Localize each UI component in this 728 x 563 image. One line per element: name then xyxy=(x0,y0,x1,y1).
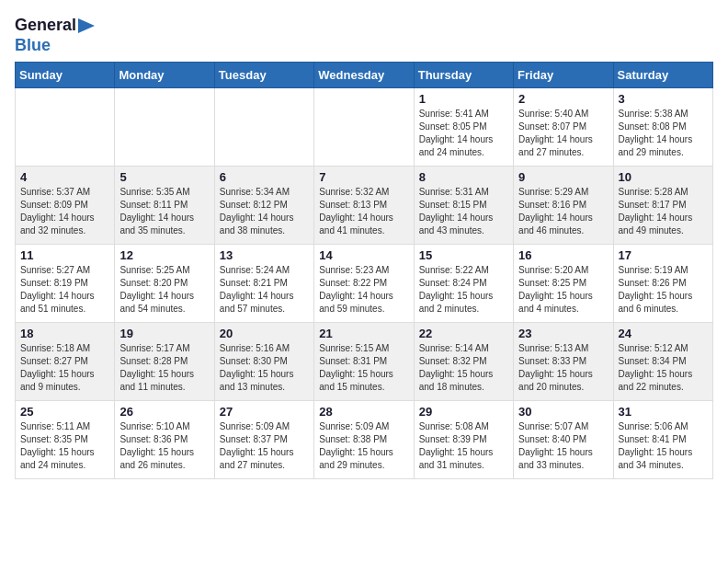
calendar-week-row: 4Sunrise: 5:37 AMSunset: 8:09 PMDaylight… xyxy=(16,167,713,245)
day-number: 20 xyxy=(220,327,309,340)
day-info: Sunrise: 5:09 AMSunset: 8:37 PMDaylight:… xyxy=(220,420,309,472)
calendar-cell: 28Sunrise: 5:09 AMSunset: 8:38 PMDayligh… xyxy=(314,401,414,479)
calendar-cell: 24Sunrise: 5:12 AMSunset: 8:34 PMDayligh… xyxy=(613,323,712,401)
calendar-week-row: 25Sunrise: 5:11 AMSunset: 8:35 PMDayligh… xyxy=(16,401,713,479)
calendar-cell: 23Sunrise: 5:13 AMSunset: 8:33 PMDayligh… xyxy=(514,323,613,401)
calendar-week-row: 1Sunrise: 5:41 AMSunset: 8:05 PMDaylight… xyxy=(16,88,713,167)
calendar-cell: 13Sunrise: 5:24 AMSunset: 8:21 PMDayligh… xyxy=(214,245,313,323)
calendar-cell: 29Sunrise: 5:08 AMSunset: 8:39 PMDayligh… xyxy=(414,401,513,479)
day-number: 11 xyxy=(20,248,109,262)
calendar-cell: 17Sunrise: 5:19 AMSunset: 8:26 PMDayligh… xyxy=(613,245,712,323)
day-info: Sunrise: 5:34 AMSunset: 8:12 PMDaylight:… xyxy=(220,186,309,237)
day-info: Sunrise: 5:29 AMSunset: 8:16 PMDaylight:… xyxy=(518,186,608,237)
calendar-cell: 20Sunrise: 5:16 AMSunset: 8:30 PMDayligh… xyxy=(214,323,313,401)
day-info: Sunrise: 5:17 AMSunset: 8:28 PMDaylight:… xyxy=(119,342,209,394)
calendar-cell: 4Sunrise: 5:37 AMSunset: 8:09 PMDaylight… xyxy=(16,167,115,245)
day-info: Sunrise: 5:08 AMSunset: 8:39 PMDaylight:… xyxy=(419,420,508,472)
calendar-table: SundayMondayTuesdayWednesdayThursdayFrid… xyxy=(15,62,713,479)
day-info: Sunrise: 5:06 AMSunset: 8:41 PMDaylight:… xyxy=(619,420,708,472)
day-info: Sunrise: 5:35 AMSunset: 8:11 PMDaylight:… xyxy=(119,186,209,237)
day-info: Sunrise: 5:11 AMSunset: 8:35 PMDaylight:… xyxy=(20,420,109,472)
day-number: 24 xyxy=(619,327,708,340)
day-number: 12 xyxy=(119,248,209,262)
day-number: 3 xyxy=(619,92,708,106)
day-number: 27 xyxy=(220,405,309,419)
logo-general: General xyxy=(15,17,76,35)
logo-blue: Blue xyxy=(15,36,51,54)
day-number: 23 xyxy=(518,327,608,340)
day-info: Sunrise: 5:16 AMSunset: 8:30 PMDaylight:… xyxy=(220,342,309,394)
day-number: 2 xyxy=(518,92,608,106)
day-number: 22 xyxy=(419,327,508,340)
weekday-header-monday: Monday xyxy=(115,63,214,88)
calendar-cell: 1Sunrise: 5:41 AMSunset: 8:05 PMDaylight… xyxy=(414,88,513,167)
calendar-cell: 15Sunrise: 5:22 AMSunset: 8:24 PMDayligh… xyxy=(414,245,513,323)
logo: General Blue xyxy=(15,15,95,54)
day-number: 18 xyxy=(20,327,109,340)
day-number: 25 xyxy=(20,405,109,419)
calendar-cell: 16Sunrise: 5:20 AMSunset: 8:25 PMDayligh… xyxy=(514,245,613,323)
weekday-header-wednesday: Wednesday xyxy=(314,63,414,88)
calendar-cell: 26Sunrise: 5:10 AMSunset: 8:36 PMDayligh… xyxy=(115,401,214,479)
page-header: General Blue xyxy=(15,15,713,54)
day-number: 31 xyxy=(619,405,708,419)
day-info: Sunrise: 5:07 AMSunset: 8:40 PMDaylight:… xyxy=(518,420,608,472)
day-info: Sunrise: 5:27 AMSunset: 8:19 PMDaylight:… xyxy=(20,264,109,316)
calendar-cell: 30Sunrise: 5:07 AMSunset: 8:40 PMDayligh… xyxy=(514,401,613,479)
calendar-cell: 19Sunrise: 5:17 AMSunset: 8:28 PMDayligh… xyxy=(115,323,214,401)
day-number: 7 xyxy=(319,170,408,184)
day-number: 17 xyxy=(619,248,708,262)
day-number: 16 xyxy=(518,248,608,262)
day-info: Sunrise: 5:38 AMSunset: 8:08 PMDaylight:… xyxy=(619,108,708,159)
calendar-week-row: 11Sunrise: 5:27 AMSunset: 8:19 PMDayligh… xyxy=(16,245,713,323)
calendar-cell: 21Sunrise: 5:15 AMSunset: 8:31 PMDayligh… xyxy=(314,323,414,401)
calendar-cell: 2Sunrise: 5:40 AMSunset: 8:07 PMDaylight… xyxy=(514,88,613,167)
day-number: 14 xyxy=(319,248,408,262)
day-info: Sunrise: 5:37 AMSunset: 8:09 PMDaylight:… xyxy=(20,186,109,237)
day-number: 4 xyxy=(20,170,109,184)
day-number: 6 xyxy=(220,170,309,184)
calendar-cell xyxy=(214,88,313,167)
calendar-cell xyxy=(314,88,414,167)
calendar-cell: 22Sunrise: 5:14 AMSunset: 8:32 PMDayligh… xyxy=(414,323,513,401)
day-info: Sunrise: 5:32 AMSunset: 8:13 PMDaylight:… xyxy=(319,186,408,237)
day-info: Sunrise: 5:31 AMSunset: 8:15 PMDaylight:… xyxy=(419,186,508,237)
day-info: Sunrise: 5:14 AMSunset: 8:32 PMDaylight:… xyxy=(419,342,508,394)
day-number: 29 xyxy=(419,405,508,419)
calendar-cell: 3Sunrise: 5:38 AMSunset: 8:08 PMDaylight… xyxy=(613,88,712,167)
calendar-cell: 11Sunrise: 5:27 AMSunset: 8:19 PMDayligh… xyxy=(16,245,115,323)
calendar-cell: 7Sunrise: 5:32 AMSunset: 8:13 PMDaylight… xyxy=(314,167,414,245)
weekday-header-friday: Friday xyxy=(514,63,613,88)
weekday-header-tuesday: Tuesday xyxy=(214,63,313,88)
day-number: 8 xyxy=(419,170,508,184)
day-info: Sunrise: 5:41 AMSunset: 8:05 PMDaylight:… xyxy=(419,108,508,159)
day-info: Sunrise: 5:10 AMSunset: 8:36 PMDaylight:… xyxy=(119,420,209,472)
calendar-cell: 6Sunrise: 5:34 AMSunset: 8:12 PMDaylight… xyxy=(214,167,313,245)
calendar-cell xyxy=(115,88,214,167)
calendar-week-row: 18Sunrise: 5:18 AMSunset: 8:27 PMDayligh… xyxy=(16,323,713,401)
day-info: Sunrise: 5:28 AMSunset: 8:17 PMDaylight:… xyxy=(619,186,708,237)
day-number: 30 xyxy=(518,405,608,419)
day-number: 9 xyxy=(518,170,608,184)
day-info: Sunrise: 5:09 AMSunset: 8:38 PMDaylight:… xyxy=(319,420,408,472)
day-number: 10 xyxy=(619,170,708,184)
day-info: Sunrise: 5:23 AMSunset: 8:22 PMDaylight:… xyxy=(319,264,408,316)
day-info: Sunrise: 5:20 AMSunset: 8:25 PMDaylight:… xyxy=(518,264,608,316)
calendar-cell: 31Sunrise: 5:06 AMSunset: 8:41 PMDayligh… xyxy=(613,401,712,479)
calendar-cell: 12Sunrise: 5:25 AMSunset: 8:20 PMDayligh… xyxy=(115,245,214,323)
svg-marker-0 xyxy=(78,18,95,33)
calendar-cell: 18Sunrise: 5:18 AMSunset: 8:27 PMDayligh… xyxy=(16,323,115,401)
calendar-cell: 8Sunrise: 5:31 AMSunset: 8:15 PMDaylight… xyxy=(414,167,513,245)
day-info: Sunrise: 5:24 AMSunset: 8:21 PMDaylight:… xyxy=(220,264,309,316)
calendar-cell: 14Sunrise: 5:23 AMSunset: 8:22 PMDayligh… xyxy=(314,245,414,323)
day-info: Sunrise: 5:40 AMSunset: 8:07 PMDaylight:… xyxy=(518,108,608,159)
day-info: Sunrise: 5:18 AMSunset: 8:27 PMDaylight:… xyxy=(20,342,109,394)
day-number: 15 xyxy=(419,248,508,262)
weekday-header-row: SundayMondayTuesdayWednesdayThursdayFrid… xyxy=(16,63,713,88)
day-info: Sunrise: 5:12 AMSunset: 8:34 PMDaylight:… xyxy=(619,342,708,394)
day-number: 5 xyxy=(119,170,209,184)
weekday-header-sunday: Sunday xyxy=(16,63,115,88)
day-info: Sunrise: 5:22 AMSunset: 8:24 PMDaylight:… xyxy=(419,264,508,316)
day-info: Sunrise: 5:15 AMSunset: 8:31 PMDaylight:… xyxy=(319,342,408,394)
day-number: 21 xyxy=(319,327,408,340)
